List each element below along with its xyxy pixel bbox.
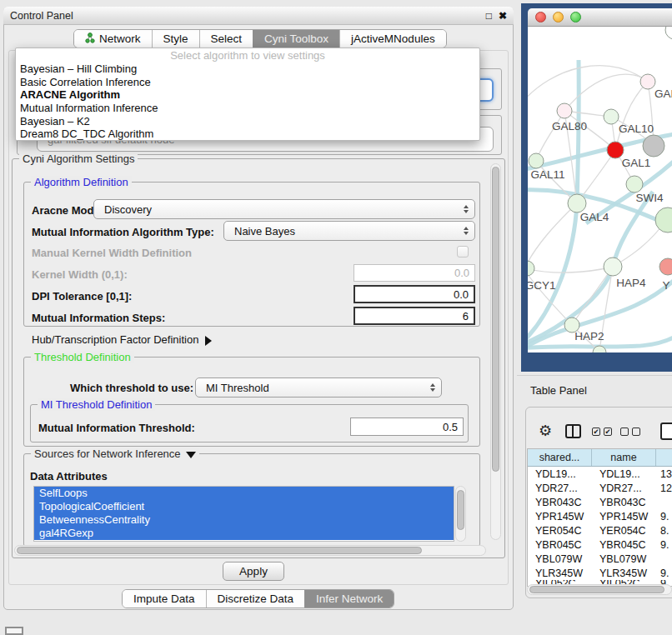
- algorithm-definition-title: Algorithm Definition: [31, 176, 132, 188]
- mi-threshold-field[interactable]: 0.5: [350, 418, 464, 436]
- table-cell: YBL079W: [528, 552, 592, 566]
- network-node[interactable]: [604, 109, 619, 124]
- minimize-traffic-light-icon[interactable]: [553, 12, 564, 22]
- settings-vertical-scrollbar[interactable]: [490, 163, 501, 540]
- table-cell: YPR145W: [528, 509, 592, 523]
- network-edge[interactable]: [528, 270, 572, 325]
- tab-impute-data[interactable]: Impute Data: [123, 590, 206, 608]
- column-browser-icon[interactable]: [565, 424, 581, 438]
- tab-jactivemnodules[interactable]: jActiveMNodules: [339, 30, 446, 48]
- node-label: HAP4: [616, 277, 646, 289]
- popup-item[interactable]: ARACNE Algorithm: [16, 88, 479, 102]
- which-threshold-label: Which threshold to use:: [70, 382, 193, 394]
- tab-label: jActiveMNodules: [351, 32, 435, 45]
- table-row[interactable]: YPR145WYPR145W9.: [528, 509, 672, 523]
- tab-label: Style: [163, 32, 188, 45]
- network-node[interactable]: [655, 208, 672, 232]
- dpi-tolerance-field[interactable]: 0.0: [354, 285, 475, 303]
- expand-arrow-icon[interactable]: [205, 336, 212, 346]
- popup-item[interactable]: Bayesian – Hill Climbing: [16, 62, 479, 76]
- table-row[interactable]: YDL19...YDL19...13: [528, 467, 672, 481]
- popup-item[interactable]: Basic Correlation Inference: [16, 76, 479, 89]
- tab-select[interactable]: Select: [199, 30, 253, 48]
- manual-kernel-checkbox[interactable]: [457, 246, 469, 258]
- close-traffic-light-icon[interactable]: [535, 12, 546, 22]
- table-cell: YER054C: [592, 523, 656, 538]
- network-node[interactable]: [665, 27, 672, 39]
- data-attributes-list[interactable]: SelfLoopsTopologicalCoefficientBetweenne…: [33, 486, 454, 542]
- float-window-icon[interactable]: □: [486, 11, 492, 21]
- tab-infer-network[interactable]: Infer Network: [304, 590, 394, 608]
- attribute-item[interactable]: SelfLoops: [34, 487, 454, 500]
- network-canvas[interactable]: GALGAL80GAL10GAL1GAL11SWI4GAL4GCY1HAP4YH…: [528, 27, 672, 352]
- aracne-mode-value: Discovery: [104, 203, 152, 216]
- network-edge[interactable]: [536, 111, 564, 161]
- apply-button[interactable]: Apply: [223, 562, 284, 581]
- tab-cyni-toolbox[interactable]: Cyni Toolbox: [253, 30, 339, 48]
- table-row[interactable]: YBR043CYBR043C: [528, 495, 672, 509]
- network-edge[interactable]: [577, 150, 615, 203]
- close-icon[interactable]: ✖: [499, 11, 507, 21]
- network-node[interactable]: [557, 103, 572, 118]
- network-node[interactable]: [604, 258, 622, 276]
- collapse-arrow-icon[interactable]: [186, 452, 196, 458]
- table-row[interactable]: YBR045CYBR045C9.: [528, 538, 672, 552]
- network-node[interactable]: [529, 153, 544, 168]
- network-edge[interactable]: [528, 267, 613, 272]
- document-icon[interactable]: [660, 422, 672, 440]
- column-header-shared[interactable]: shared...: [528, 449, 592, 466]
- attribute-item[interactable]: BetweennessCentrality: [34, 513, 454, 527]
- node-label: GAL1: [622, 157, 651, 169]
- column-header-name[interactable]: name: [592, 449, 656, 466]
- tab-network[interactable]: Network: [74, 30, 152, 48]
- table-row[interactable]: YER054CYER054C8.: [528, 523, 672, 538]
- hub-definition-toggle[interactable]: Hub/Transcription Factor Definition: [32, 333, 212, 346]
- popup-item[interactable]: Mutual Information Inference: [16, 102, 479, 115]
- which-threshold-combobox[interactable]: MI Threshold: [195, 378, 442, 398]
- table-cell: YBR045C: [528, 538, 592, 552]
- tab-discretize-data[interactable]: Discretize Data: [206, 590, 305, 608]
- kernel-width-value: 0.0: [454, 267, 469, 279]
- mi-steps-value: 6: [463, 310, 469, 322]
- node-label: SWI4: [635, 192, 663, 204]
- network-node[interactable]: [528, 261, 534, 276]
- settings-horizontal-scrollbar[interactable]: [14, 545, 486, 556]
- node-label: GAL11: [530, 168, 564, 181]
- network-node[interactable]: [643, 135, 664, 157]
- mi-type-combobox[interactable]: Naive Bayes: [223, 221, 475, 241]
- deselect-all-checkboxes-icon[interactable]: [620, 428, 640, 436]
- attribute-item[interactable]: TopologicalCoefficient: [34, 500, 454, 513]
- zoom-traffic-light-icon[interactable]: [570, 12, 581, 22]
- table-cell: YDR27...: [592, 481, 656, 495]
- popup-item[interactable]: Dream8 DC_TDC Algorithm: [16, 128, 479, 141]
- tab-style[interactable]: Style: [152, 30, 199, 48]
- table-row[interactable]: YLR345WYLR345W9.: [528, 566, 672, 580]
- threshold-definition-title: Threshold Definition: [31, 351, 134, 363]
- popup-item[interactable]: Bayesian – K2: [16, 115, 479, 128]
- attribute-item[interactable]: gal4RGexp: [34, 527, 454, 540]
- attributes-list-scrollbar[interactable]: [455, 486, 466, 542]
- dock-icon[interactable]: [5, 627, 23, 635]
- mi-steps-field[interactable]: 6: [354, 307, 475, 325]
- aracne-mode-combobox[interactable]: Discovery: [93, 199, 475, 219]
- control-panel-titlebar: Control Panel □ ✖: [3, 7, 514, 25]
- network-window-titlebar[interactable]: [528, 8, 672, 27]
- table-horizontal-scrollbar[interactable]: [527, 584, 672, 595]
- kernel-width-field[interactable]: 0.0: [354, 264, 475, 282]
- table-cell: YDL19...: [528, 467, 592, 481]
- network-node[interactable]: [659, 258, 672, 275]
- select-all-checkboxes-icon[interactable]: ✔✔: [592, 428, 612, 436]
- table-cell: 9.: [656, 509, 672, 523]
- network-node[interactable]: [626, 176, 643, 192]
- table-cell: YER054C: [528, 523, 592, 538]
- table-row[interactable]: YBL079WYBL079W: [528, 552, 672, 566]
- table-row[interactable]: YDR27...YDR27...12: [528, 481, 672, 495]
- network-edge[interactable]: [528, 66, 648, 103]
- column-header-extra[interactable]: [656, 449, 672, 466]
- settings-gear-icon[interactable]: ⚙: [539, 423, 552, 438]
- network-node[interactable]: [568, 194, 586, 212]
- mi-threshold-group-title: MI Threshold Definition: [38, 398, 155, 411]
- table-panel-title: Table Panel: [530, 384, 587, 397]
- network-node[interactable]: [607, 142, 624, 158]
- network-node[interactable]: [640, 74, 655, 89]
